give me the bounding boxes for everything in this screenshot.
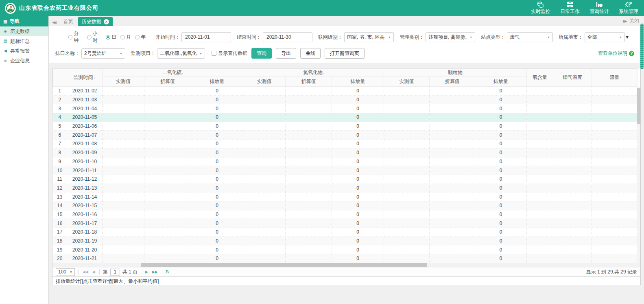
value-cell: 0 <box>191 228 243 237</box>
start-time-input[interactable] <box>181 32 231 42</box>
city-select[interactable]: 全部▼ <box>585 32 625 42</box>
table-row[interactable]: 162020-11-17000 <box>53 219 637 228</box>
horizontal-scrollbar-thumb[interactable] <box>141 263 427 267</box>
table-row[interactable]: 52020-11-06000 <box>53 122 637 131</box>
value-cell <box>286 192 332 201</box>
nav-realtime-monitor[interactable]: 实时监控 <box>530 1 551 15</box>
table-row[interactable]: 112020-11-12000 <box>53 175 637 184</box>
value-cell: 0 <box>332 166 384 175</box>
value-cell <box>553 254 592 263</box>
radio-icon <box>120 35 125 39</box>
table-row[interactable]: 42020-11-05000 <box>53 113 637 122</box>
period-radio-month[interactable]: 月 <box>120 34 131 41</box>
table-row[interactable]: 122020-11-13000 <box>53 184 637 192</box>
value-cell: 0 <box>191 184 243 192</box>
vertical-scrollbar[interactable] <box>637 87 640 263</box>
value-cell <box>592 210 637 219</box>
network-level-select[interactable]: 国家, 省, 市, 区县▼ <box>344 32 394 42</box>
table-row[interactable]: 82020-11-09000 <box>53 148 637 157</box>
scroll-tabs-right-icon[interactable]: ▶▶ <box>623 19 626 23</box>
value-cell: 0 <box>332 104 384 113</box>
sidebar-item-enterprise-info[interactable]: ■ 企业信息 <box>0 56 48 66</box>
tab-history-data[interactable]: 历史数据 × <box>78 17 113 26</box>
emission-stats-link[interactable]: 排放量统计[]点击查看详情[最大、最小和平均值] <box>52 276 640 285</box>
table-row[interactable]: 12020-11-02000 <box>53 87 637 96</box>
value-cell <box>243 236 286 245</box>
value-cell <box>384 148 430 157</box>
nav-daily-work[interactable]: 日常工作 <box>559 1 581 15</box>
monitor-items-select[interactable]: 二氧化硫.,氮氧化▼ <box>157 48 205 59</box>
open-new-query-button[interactable]: 打开新查询页 <box>325 48 365 59</box>
outlet-select[interactable]: 2号焚烧炉▼ <box>81 48 125 59</box>
filter-panel: 分钟 小时 日 月 年 开始时间： 结束时间： 联网级别： 国家, 省, 市, … <box>49 26 644 64</box>
vertical-scrollbar-thumb[interactable] <box>637 88 640 124</box>
table-row[interactable]: 182020-11-19000 <box>53 236 637 245</box>
table-row[interactable]: 202020-11-21000 <box>53 254 637 263</box>
sort-icon[interactable]: ↕ <box>94 75 96 80</box>
table-row[interactable]: 62020-11-07000 <box>53 131 637 140</box>
page-number-input[interactable] <box>110 269 120 276</box>
period-radio-minute[interactable]: 分钟 <box>68 30 83 44</box>
table-row[interactable]: 92020-11-10000 <box>53 157 637 166</box>
manage-type-select[interactable]: 违规项目, 高架源,▼ <box>426 32 475 42</box>
column-subheader: 折算值 <box>144 77 191 87</box>
row-number-cell: 10 <box>53 166 67 175</box>
sidebar-item-exceed-summary[interactable]: ▤ 超标汇总 <box>0 36 48 46</box>
close-tabs-menu[interactable]: 关闭 <box>629 17 639 24</box>
row-number-cell: 11 <box>53 175 67 184</box>
end-time-input[interactable] <box>263 32 312 42</box>
next-page-button[interactable]: ▶ <box>144 270 149 274</box>
period-radio-day[interactable]: 日 <box>106 34 116 41</box>
export-button[interactable]: 导出 <box>276 48 296 59</box>
table-row[interactable]: 152020-11-16000 <box>53 210 637 219</box>
page-size-select[interactable]: 100 ▼ <box>56 268 75 276</box>
value-cell <box>384 219 430 228</box>
period-radio-year[interactable]: 年 <box>135 34 146 41</box>
nav-system-manage[interactable]: 系统管理 <box>618 1 639 15</box>
station-type-select[interactable]: 废气▼ <box>507 32 553 42</box>
close-tab-icon[interactable]: × <box>104 19 109 24</box>
column-header-time[interactable]: 监测时间↕ <box>67 69 103 87</box>
date-cell: 2020-11-16 <box>67 210 103 219</box>
value-cell <box>553 245 592 254</box>
column-group-header: 二氧化硫. <box>103 69 243 77</box>
view-unit-note-link[interactable]: 查看单位说明 ? <box>598 50 634 57</box>
first-page-button[interactable]: ◀◀ <box>82 270 89 274</box>
date-cell: 2020-11-10 <box>67 157 103 166</box>
tab-home[interactable]: 首页 <box>59 17 78 26</box>
horizontal-scrollbar[interactable] <box>52 263 640 267</box>
page-scrollbar[interactable] <box>640 24 644 69</box>
value-cell <box>527 95 553 104</box>
table-row[interactable]: 132020-11-14000 <box>53 192 637 201</box>
value-cell <box>527 219 553 228</box>
date-cell: 2020-11-18 <box>67 228 103 237</box>
direct-data-checkbox[interactable] <box>212 51 216 56</box>
table-row[interactable]: 172020-11-18000 <box>53 228 637 237</box>
prev-page-button[interactable]: ◀ <box>92 270 96 274</box>
value-cell: 0 <box>475 175 527 184</box>
value-cell <box>384 95 430 104</box>
table-row[interactable]: 72020-11-08000 <box>53 140 637 149</box>
table-row[interactable]: 32020-11-04000 <box>53 104 637 113</box>
sidebar-item-abnormal-alarm[interactable]: ◀ 异常报警 <box>0 46 48 56</box>
last-page-button[interactable]: ▶▶ <box>151 270 159 274</box>
scroll-tabs-left-icon[interactable]: ◀◀ <box>52 20 55 24</box>
nav-query-stats[interactable]: 查询统计 <box>589 1 610 15</box>
value-cell <box>144 131 191 140</box>
query-button[interactable]: 查询 <box>251 48 272 59</box>
value-cell <box>286 236 332 245</box>
value-cell <box>103 87 144 96</box>
table-row[interactable]: 22020-11-03000 <box>53 95 637 104</box>
value-cell: 0 <box>332 210 384 219</box>
value-cell <box>103 219 144 228</box>
collapse-filters-icon[interactable]: ▼ <box>625 35 629 39</box>
table-row[interactable]: 142020-11-15000 <box>53 201 637 210</box>
end-time-label: 结束时间： <box>237 34 261 41</box>
curve-button[interactable]: 曲线 <box>300 48 321 59</box>
table-row[interactable]: 192020-11-20000 <box>53 245 637 254</box>
table-row[interactable]: 102020-11-11000 <box>53 166 637 175</box>
sidebar-item-history-data[interactable]: ◈ 历史数据 <box>0 26 48 36</box>
refresh-icon[interactable]: ↻ <box>166 269 170 275</box>
period-radio-hour[interactable]: 小时 <box>87 30 102 44</box>
value-cell: 0 <box>332 95 384 104</box>
